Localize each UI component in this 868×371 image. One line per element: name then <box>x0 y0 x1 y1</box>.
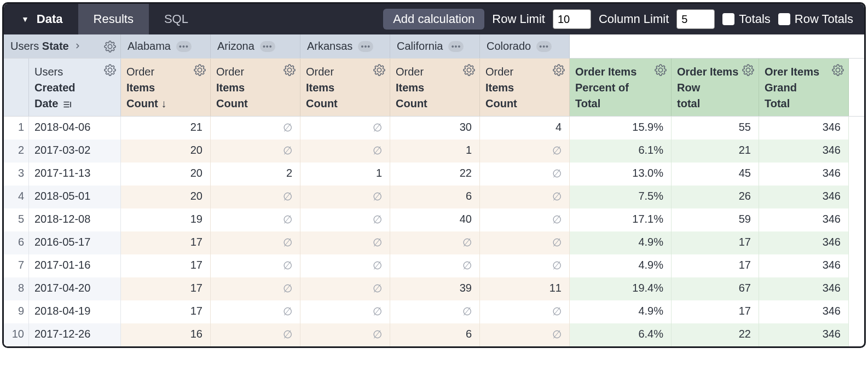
gear-icon[interactable] <box>283 64 296 76</box>
gear-icon[interactable] <box>742 64 754 76</box>
totals-checkbox[interactable] <box>722 13 734 25</box>
column-limit-input[interactable] <box>676 9 715 29</box>
calc-cell-rowtotal[interactable]: 26 <box>672 186 759 208</box>
date-cell[interactable]: 2018-05-01 <box>29 186 121 208</box>
measure-cell[interactable]: ∅ <box>390 254 480 277</box>
measure-cell[interactable]: ∅ <box>300 300 390 323</box>
pivot-column-arkansas[interactable]: Arkansas••• <box>300 34 390 58</box>
calc-cell-rowtotal[interactable]: 45 <box>672 163 759 186</box>
calc-cell-grandtotal[interactable]: 346 <box>759 277 849 300</box>
measure-cell[interactable]: 17 <box>121 300 211 323</box>
calc-cell-rowtotal[interactable]: 17 <box>672 254 759 277</box>
measure-cell[interactable]: ∅ <box>300 208 390 231</box>
gear-icon[interactable] <box>553 64 565 76</box>
measure-cell[interactable]: ∅ <box>480 140 570 163</box>
measure-cell[interactable]: 22 <box>390 163 480 186</box>
add-calculation-button[interactable]: Add calculation <box>383 9 484 30</box>
date-cell[interactable]: 2017-11-13 <box>29 163 121 186</box>
pivot-column-alabama[interactable]: Alabama••• <box>121 34 211 58</box>
measure-cell[interactable]: ∅ <box>211 323 300 346</box>
calc-cell-grandtotal[interactable]: 346 <box>759 163 849 186</box>
measure-header-colorado[interactable]: OrderItemsCount <box>480 59 570 116</box>
measure-cell[interactable]: ∅ <box>211 300 300 323</box>
measure-cell[interactable]: 2 <box>211 163 300 186</box>
calc-cell-pct[interactable]: 4.9% <box>570 300 672 323</box>
calc-cell-pct[interactable]: 7.5% <box>570 186 672 208</box>
ellipsis-icon[interactable]: ••• <box>448 41 464 52</box>
gear-icon[interactable] <box>832 64 844 76</box>
measure-cell[interactable]: ∅ <box>300 254 390 277</box>
measure-header-arizona[interactable]: OrderItemsCount <box>211 59 300 116</box>
calc-cell-pct[interactable]: 15.9% <box>570 117 672 140</box>
ellipsis-icon[interactable]: ••• <box>176 41 192 52</box>
calc-cell-rowtotal[interactable]: 17 <box>672 300 759 323</box>
measure-cell[interactable]: ∅ <box>300 186 390 208</box>
calc-cell-rowtotal[interactable]: 55 <box>672 117 759 140</box>
date-cell[interactable]: 2017-01-16 <box>29 254 121 277</box>
calc-cell-grandtotal[interactable]: 346 <box>759 208 849 231</box>
calc-cell-grandtotal[interactable]: 346 <box>759 300 849 323</box>
tab-data[interactable]: ▼ Data <box>4 4 78 34</box>
measure-cell[interactable]: 39 <box>390 277 480 300</box>
gear-icon[interactable] <box>104 64 116 76</box>
calc-cell-grandtotal[interactable]: 346 <box>759 186 849 208</box>
measure-cell[interactable]: ∅ <box>211 277 300 300</box>
measure-cell[interactable]: 11 <box>480 277 570 300</box>
calc-cell-pct[interactable]: 19.4% <box>570 277 672 300</box>
measure-cell[interactable]: 30 <box>390 117 480 140</box>
measure-cell[interactable]: 21 <box>121 117 211 140</box>
calc-cell-grandtotal[interactable]: 346 <box>759 231 849 254</box>
measure-cell[interactable]: 20 <box>121 163 211 186</box>
calc-header-grand-total[interactable]: Orer Items Grand Total <box>759 59 849 116</box>
calc-cell-grandtotal[interactable]: 346 <box>759 117 849 140</box>
tab-sql[interactable]: SQL <box>149 4 204 34</box>
measure-cell[interactable]: ∅ <box>300 140 390 163</box>
calc-cell-pct[interactable]: 4.9% <box>570 231 672 254</box>
measure-cell[interactable]: ∅ <box>480 300 570 323</box>
row-dimension-header[interactable]: Users Created Date <box>29 59 121 116</box>
measure-cell[interactable]: ∅ <box>300 231 390 254</box>
measure-cell[interactable]: ∅ <box>211 186 300 208</box>
pivot-column-colorado[interactable]: Colorado••• <box>480 34 570 58</box>
measure-header-arkansas[interactable]: OrderItemsCount <box>300 59 390 116</box>
calc-cell-pct[interactable]: 6.1% <box>570 140 672 163</box>
row-limit-input[interactable] <box>553 9 591 29</box>
calc-cell-rowtotal[interactable]: 21 <box>672 140 759 163</box>
measure-header-california[interactable]: OrderItemsCount <box>390 59 480 116</box>
gear-icon[interactable] <box>194 64 206 76</box>
ellipsis-icon[interactable]: ••• <box>260 41 275 52</box>
measure-cell[interactable]: ∅ <box>211 117 300 140</box>
pivot-column-arizona[interactable]: Arizona••• <box>211 34 300 58</box>
measure-cell[interactable]: ∅ <box>480 208 570 231</box>
measure-cell[interactable]: ∅ <box>480 254 570 277</box>
date-cell[interactable]: 2017-03-02 <box>29 140 121 163</box>
measure-cell[interactable]: 17 <box>121 254 211 277</box>
calc-cell-grandtotal[interactable]: 346 <box>759 254 849 277</box>
date-cell[interactable]: 2017-12-26 <box>29 323 121 346</box>
gear-icon[interactable] <box>104 40 116 53</box>
measure-cell[interactable]: 1 <box>390 140 480 163</box>
gear-icon[interactable] <box>373 64 385 76</box>
calc-cell-grandtotal[interactable]: 346 <box>759 323 849 346</box>
measure-cell[interactable]: ∅ <box>390 300 480 323</box>
calc-cell-rowtotal[interactable]: 59 <box>672 208 759 231</box>
measure-cell[interactable]: 6 <box>390 323 480 346</box>
measure-cell[interactable]: 20 <box>121 186 211 208</box>
calc-cell-pct[interactable]: 6.4% <box>570 323 672 346</box>
date-cell[interactable]: 2016-05-17 <box>29 231 121 254</box>
measure-cell[interactable]: ∅ <box>480 323 570 346</box>
measure-header-alabama[interactable]: OrderItemsCount <box>121 59 211 116</box>
pivot-dimension-header[interactable]: Users State <box>4 34 121 58</box>
measure-cell[interactable]: ∅ <box>480 231 570 254</box>
row-totals-toggle[interactable]: Row Totals <box>778 12 853 26</box>
measure-cell[interactable]: 40 <box>390 208 480 231</box>
measure-cell[interactable]: ∅ <box>480 186 570 208</box>
measure-cell[interactable]: 17 <box>121 277 211 300</box>
calc-cell-rowtotal[interactable]: 22 <box>672 323 759 346</box>
calc-header-row-total[interactable]: Order Items Row total <box>672 59 759 116</box>
gear-icon[interactable] <box>463 64 475 76</box>
date-cell[interactable]: 2017-04-20 <box>29 277 121 300</box>
measure-cell[interactable]: ∅ <box>211 254 300 277</box>
calc-cell-pct[interactable]: 17.1% <box>570 208 672 231</box>
date-cell[interactable]: 2018-04-19 <box>29 300 121 323</box>
